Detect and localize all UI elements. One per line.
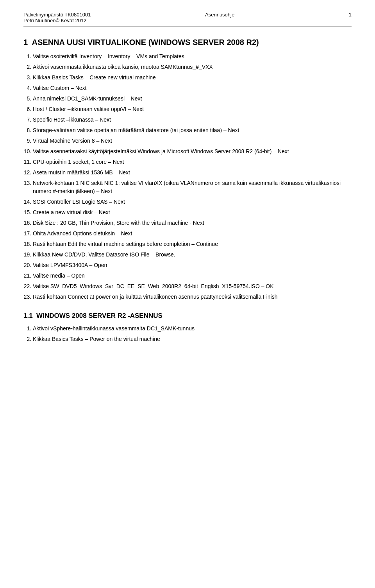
header-title: Palvelinympäristö TK0801001 <box>23 12 91 18</box>
list-item: Valitse Custom – Next <box>33 84 352 92</box>
section1-heading: 1 ASENNA UUSI VIRTUALIKONE (WINDOWS SERV… <box>23 38 352 47</box>
list-item: Valitse asennettavaksi käyttöjärjestelmä… <box>33 147 352 156</box>
section1-1-number: 1.1 <box>23 312 33 319</box>
header-left: Palvelinympäristö TK0801001 Petri Nuutin… <box>23 12 91 23</box>
list-item: Ohita Advanced Options oletuksin – Next <box>33 229 352 238</box>
list-item: Disk Size : 20 GB, Thin Provision, Store… <box>33 219 352 227</box>
section1-1-heading: 1.1 WINDOWS 2008 SERVER R2 -ASENNUS <box>23 312 352 320</box>
list-item: Rasti kohtaan Edit the virtual machine s… <box>33 240 352 248</box>
section1-1-steps-list: Aktivoi vSphere-hallintaikkunassa vasemm… <box>33 324 352 343</box>
section1-steps-list: Valitse osoiteriviltä Inventory – Invent… <box>33 52 352 301</box>
list-item: Create a new virtual disk – Next <box>33 208 352 217</box>
list-item: Aktivoi vasemmasta ikkunasta oikea kansi… <box>33 63 352 71</box>
section1-number: 1 <box>23 38 28 47</box>
list-item: Rasti kohtaan Connect at power on ja kui… <box>33 293 352 301</box>
list-item: CPU-optioihin 1 socket, 1 core – Next <box>33 158 352 166</box>
page-header: Palvelinympäristö TK0801001 Petri Nuutin… <box>23 12 352 27</box>
list-item: Network-kohtaan 1 NIC sekä NIC 1: valits… <box>33 179 352 195</box>
list-item: Anna nimeksi DC1_SAMK-tunnuksesi – Next <box>33 95 352 103</box>
list-item: Valitse media – Open <box>33 272 352 280</box>
list-item: Klikkaa Basics Tasks – Power on the virt… <box>33 335 352 343</box>
list-item: Virtual Machine Version 8 – Next <box>33 137 352 145</box>
section1-1-title: WINDOWS 2008 SERVER R2 -ASENNUS <box>34 312 162 319</box>
list-item: Aktivoi vSphere-hallintaikkunassa vasemm… <box>33 324 352 333</box>
header-center: Asennusohje <box>205 12 234 18</box>
list-item: Valitse osoiteriviltä Inventory – Invent… <box>33 52 352 61</box>
header-subtitle: Petri Nuutinen© Kevät 2012 <box>23 18 91 23</box>
list-item: Klikkaa New CD/DVD, Valitse Datasore ISO… <box>33 251 352 259</box>
section1-title: ASENNA UUSI VIRTUALIKONE (WINDOWS SERVER… <box>30 38 259 47</box>
list-item: Aseta muistin määräksi 1536 MB – Next <box>33 169 352 177</box>
list-item: SCSI Controller LSI Logic SAS – Next <box>33 198 352 206</box>
list-item: Klikkaa Basics Tasks – Create new virtua… <box>33 74 352 82</box>
list-item: Valitse LPVMFS3400A – Open <box>33 261 352 269</box>
list-item: Host / Cluster –ikkunaan valitse oppiVI … <box>33 105 352 113</box>
list-item: Valitse SW_DVD5_Windows_Svr_DC_EE_SE_Web… <box>33 282 352 290</box>
header-page-number: 1 <box>349 12 352 18</box>
list-item: Specific Host –ikkunassa – Next <box>33 116 352 124</box>
list-item: Storage-valintaan valitse opettajan määr… <box>33 126 352 134</box>
